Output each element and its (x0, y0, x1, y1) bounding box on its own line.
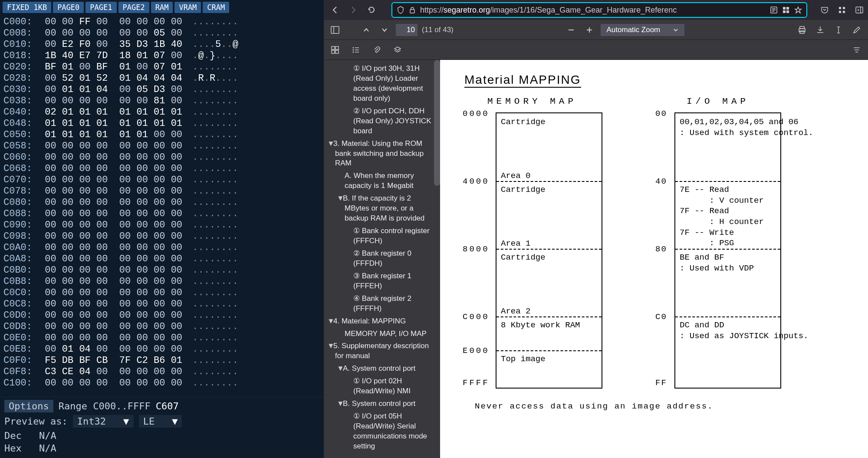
preview-endian-select[interactable]: LE ▼ (139, 415, 182, 428)
outline-item[interactable]: ▼A. System control port (324, 362, 440, 375)
pocket-icon[interactable] (820, 6, 829, 14)
app-menu-icon[interactable] (838, 6, 846, 14)
reader-mode-icon[interactable] (770, 6, 778, 14)
memory-tab[interactable]: PAGE0 (53, 2, 84, 13)
outline-item[interactable]: ▼3. Material: Using the ROM bank switchi… (324, 138, 440, 170)
outline-view-button[interactable] (349, 43, 363, 57)
hex-editor-panel: FIXED 1KBPAGE0PAGE1PAGE2RAMVRAMCRAM C000… (0, 0, 324, 458)
outline-item[interactable]: ① I/O port 02H (Read/Write) NMI (324, 375, 440, 398)
hex-row[interactable]: C020: BF 01 00 BF 01 00 07 01 ........ (3, 62, 320, 73)
outline-item[interactable]: ① I/O port 30H, 31H (Read Only) Loader a… (324, 63, 440, 105)
hex-row[interactable]: C050: 01 01 01 01 01 01 00 00 ........ (3, 129, 320, 141)
hex-row[interactable]: C008: 00 00 00 00 00 00 05 00 ........ (3, 28, 320, 39)
pdf-outline-panel[interactable]: ① I/O port 30H, 31H (Read Only) Loader a… (324, 60, 440, 458)
outline-item[interactable]: ▼4. Material: MAPPING (324, 315, 440, 328)
memory-tab[interactable]: PAGE1 (85, 2, 116, 13)
print-button[interactable] (795, 23, 809, 37)
attachments-button[interactable] (370, 43, 384, 57)
reload-button[interactable] (365, 3, 378, 17)
map-address-label: 00 (655, 109, 667, 119)
hex-row[interactable]: C038: 00 00 00 00 00 00 81 00 ........ (3, 96, 320, 107)
memory-tab[interactable]: RAM (151, 2, 173, 13)
thumbnails-view-button[interactable] (328, 43, 342, 57)
layers-button[interactable] (391, 43, 404, 57)
hex-row[interactable]: C048: 01 01 01 01 01 01 01 01 ........ (3, 118, 320, 129)
memory-tab[interactable]: PAGE2 (118, 2, 149, 13)
hex-row[interactable]: C068: 00 00 00 00 00 00 00 00 ........ (3, 163, 320, 175)
hex-row[interactable]: C0B8: 00 00 00 00 00 00 00 00 ........ (3, 276, 320, 287)
hex-row[interactable]: C090: 00 00 00 00 00 00 00 00 ........ (3, 220, 320, 231)
hex-row[interactable]: C040: 02 01 01 01 01 01 01 01 ........ (3, 107, 320, 118)
sidebar-toggle-button[interactable] (328, 23, 342, 37)
find-current-button[interactable] (850, 43, 864, 57)
hex-row[interactable]: C058: 00 00 00 00 00 00 00 00 ........ (3, 141, 320, 152)
bookmark-icon[interactable] (794, 6, 802, 14)
scrollbar-thumb[interactable] (434, 60, 440, 186)
hex-row[interactable]: C0D0: 00 00 00 00 00 00 00 00 ........ (3, 310, 320, 321)
outline-item[interactable]: ① Bank control register (FFFCH) (324, 225, 440, 247)
back-button[interactable] (328, 3, 342, 17)
url-bar[interactable]: https://segaretro.org/images/1/16/Sega_G… (391, 2, 807, 18)
outline-item[interactable]: ▼B. If the capacity is 2 MBytes or more,… (324, 192, 440, 225)
memory-map-column: MEMORY MAP 000040008000C000E000FFFFCartr… (462, 96, 602, 389)
hex-row[interactable]: C0A0: 00 00 00 00 00 00 00 00 ........ (3, 242, 320, 254)
hex-row[interactable]: C0D8: 00 00 00 00 00 00 00 00 ........ (3, 321, 320, 333)
sidebar-toggle-icon[interactable] (855, 6, 864, 14)
outline-item[interactable]: MEMORY MAP, I/O MAP (324, 328, 440, 340)
hex-label: Hex (4, 443, 30, 454)
hex-row[interactable]: C0A8: 00 00 00 00 00 00 00 00 ........ (3, 254, 320, 265)
hex-row[interactable]: C078: 00 00 00 00 00 00 00 00 ........ (3, 186, 320, 197)
options-button[interactable]: Options (4, 400, 53, 412)
page-up-button[interactable] (359, 23, 373, 37)
hex-row[interactable]: C028: 00 52 01 52 01 04 04 04 .R.R.... (3, 73, 320, 84)
outline-item[interactable]: ② Bank register 0 (FFFDH) (324, 247, 440, 270)
hex-row[interactable]: C0C0: 00 00 00 00 00 00 00 00 ........ (3, 287, 320, 299)
outline-item[interactable]: ▼B. System control port (324, 398, 440, 410)
download-button[interactable] (813, 23, 827, 37)
map-region-label: Cartridge (501, 252, 597, 263)
forward-button[interactable] (346, 3, 360, 17)
outline-item[interactable]: ② I/O port DCH, DDH (Read Only) JOYSTICK… (324, 105, 440, 138)
zoom-in-button[interactable] (582, 23, 596, 37)
hex-row[interactable]: C018: 1B 40 E7 7D 18 01 07 00 .@.}.... (3, 50, 320, 62)
hex-row[interactable]: C0E8: 00 01 04 00 00 00 00 00 ........ (3, 344, 320, 355)
page-number-input[interactable] (396, 24, 418, 36)
hex-row[interactable]: C0E0: 00 00 00 00 00 00 00 00 ........ (3, 333, 320, 344)
outline-item[interactable]: ③ Bank register 1 (FFFEH) (324, 270, 440, 293)
hex-row[interactable]: C070: 00 00 00 00 00 00 00 00 ........ (3, 175, 320, 186)
hex-row[interactable]: C0B0: 00 00 00 00 00 00 00 00 ........ (3, 265, 320, 276)
page-down-button[interactable] (378, 23, 391, 37)
hex-row[interactable]: C060: 00 00 00 00 00 00 00 00 ........ (3, 152, 320, 163)
draw-button[interactable] (850, 23, 864, 37)
memory-tab[interactable]: FIXED 1KB (3, 2, 51, 13)
hex-row[interactable]: C080: 00 00 00 00 00 00 00 00 ........ (3, 197, 320, 208)
hex-dump-view[interactable]: C000: 00 00 FF 00 00 00 00 00 ........C0… (0, 15, 324, 397)
memory-tab[interactable]: CRAM (203, 2, 229, 13)
map-region-label: Area 2 (501, 306, 597, 317)
outline-item[interactable]: A. When the memory capacity is 1 Megabit (324, 170, 440, 192)
outline-item[interactable]: ④ Bank register 2 (FFFFH) (324, 293, 440, 315)
browser-toolbar: https://segaretro.org/images/1/16/Sega_G… (324, 0, 868, 20)
qr-icon[interactable] (782, 6, 790, 14)
hex-row[interactable]: C100: 00 00 00 00 00 00 00 00 ........ (3, 378, 320, 389)
zoom-out-button[interactable] (564, 23, 578, 37)
svg-rect-25 (335, 46, 339, 49)
hex-row[interactable]: C030: 00 01 01 04 00 05 D3 00 ........ (3, 84, 320, 96)
hex-row[interactable]: C000: 00 00 FF 00 00 00 00 00 ........ (3, 16, 320, 28)
hex-row[interactable]: C0F8: C3 CE 04 00 00 00 00 00 ........ (3, 366, 320, 378)
map-region-label: 8 Kbyte work RAM (501, 320, 597, 331)
map-region-label: Cartridge (501, 117, 597, 128)
outline-item[interactable]: ▼5. Supplementary description for manual (324, 340, 440, 362)
hex-row[interactable]: C088: 00 00 00 00 00 00 00 00 ........ (3, 208, 320, 220)
pdf-page[interactable]: Material MAPPING MEMORY MAP 000040008000… (440, 60, 868, 458)
hex-row[interactable]: C098: 00 00 00 00 00 00 00 00 ........ (3, 231, 320, 242)
memory-tab[interactable]: VRAM (174, 2, 201, 13)
zoom-select[interactable]: Automatic Zoom (601, 24, 685, 36)
outline-item[interactable]: ① I/O port 05H (Read/Write) Serial commu… (324, 410, 440, 453)
hex-row[interactable]: C010: 00 E2 F0 00 35 D3 1B 40 ....5..@ (3, 39, 320, 50)
chevron-down-icon: ▼ (172, 416, 178, 427)
hex-row[interactable]: C0F0: F5 DB BF CB 7F C2 B6 01 ........ (3, 355, 320, 366)
hex-row[interactable]: C0C8: 00 00 00 00 00 00 00 00 ........ (3, 299, 320, 310)
preview-type-select[interactable]: Int32 ▼ (73, 415, 134, 428)
text-select-button[interactable] (832, 23, 845, 37)
